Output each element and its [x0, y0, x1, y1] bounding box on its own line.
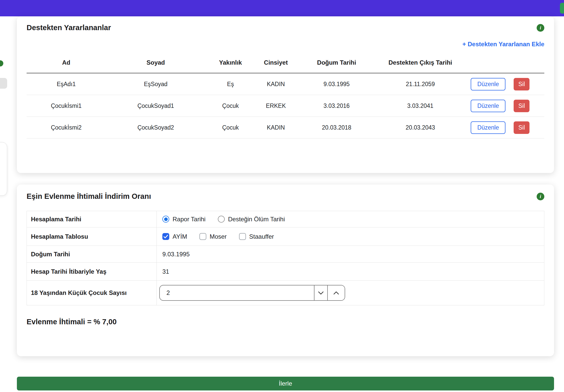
marriage-card-title: Eşin Evlenme İhtimali İndirim Oranı [27, 192, 151, 201]
edit-button[interactable]: Düzenle [471, 100, 505, 112]
cell-dogum-tarihi: 9.03.1995 [296, 81, 377, 88]
radio-selected-icon[interactable] [162, 216, 169, 223]
sidebar-edge-card [0, 142, 7, 196]
top-navbar [0, 0, 564, 16]
table-row: Çocukİsmi2 ÇocukSoyad2 Çocuk KADIN 20.03… [27, 117, 544, 139]
marriage-probability-card: Eşin Evlenme İhtimali İndirim Oranı i He… [17, 185, 554, 356]
cell-ad: Çocukİsmi2 [27, 124, 106, 131]
column-header-dogum-tarihi: Doğum Tarihi [296, 59, 377, 66]
column-header-soyad: Soyad [106, 59, 206, 66]
radio-label: Rapor Tarihi [173, 216, 206, 223]
cell-soyad: ÇocukSoyad2 [106, 124, 206, 131]
birth-date-label: Doğum Tarihi [27, 246, 157, 262]
cell-yakinlik: Çocuk [206, 124, 255, 131]
table-row: Çocukİsmi1 ÇocukSoyad1 Çocuk ERKEK 3.03.… [27, 95, 544, 117]
age-value: 31 [157, 263, 544, 280]
child-count-label: 18 Yaşından Küçük Çocuk Sayısı [27, 281, 157, 305]
table-header-row: Ad Soyad Yakınlık Cinsiyet Doğum Tarihi … [27, 59, 544, 73]
cell-yakinlik: Eş [206, 81, 255, 88]
cell-cikis-tarihi: 21.11.2059 [377, 81, 464, 88]
marriage-probability-result: Evlenme İhtimali = % 7,00 [27, 318, 544, 326]
cell-cinsiyet: ERKEK [255, 102, 296, 109]
checkbox-label: Staauffer [249, 233, 274, 240]
birth-date-value: 9.03.1995 [157, 246, 544, 262]
delete-button[interactable]: Sil [514, 100, 529, 112]
beneficiaries-table: Ad Soyad Yakınlık Cinsiyet Doğum Tarihi … [27, 59, 544, 139]
child-count-input[interactable] [160, 285, 314, 300]
navbar-right-accent [560, 3, 564, 14]
cell-yakinlik: Çocuk [206, 102, 255, 109]
checkbox-label: Moser [210, 233, 227, 240]
delete-button[interactable]: Sil [514, 78, 529, 90]
checkbox-label: AYİM [173, 233, 187, 240]
age-label: Hesap Tarihi İtibariyle Yaş [27, 263, 157, 280]
child-count-row: 18 Yaşından Küçük Çocuk Sayısı chevron-d… [27, 281, 544, 305]
cell-cinsiyet: KADIN [255, 124, 296, 131]
cell-ad: EşAdı1 [27, 81, 106, 88]
checkbox-checked-icon[interactable] [162, 233, 169, 240]
cell-cikis-tarihi: 3.03.2041 [377, 102, 464, 109]
cell-soyad: EşSoyad [106, 81, 206, 88]
cell-soyad: ÇocukSoyad1 [106, 102, 206, 109]
cell-cikis-tarihi: 20.03.2043 [377, 124, 464, 131]
checkbox-option-moser[interactable]: Moser [199, 233, 227, 240]
checkbox-option-staauffer[interactable]: Staauffer [239, 233, 274, 240]
stepper-decrement-button[interactable]: chevron-down-icon [314, 285, 327, 300]
cell-dogum-tarihi: 20.03.2018 [296, 124, 377, 131]
radio-option-rapor-tarihi[interactable]: Rapor Tarihi [162, 216, 206, 223]
column-header-yakinlik: Yakınlık [206, 59, 255, 66]
checkbox-unchecked-icon[interactable] [239, 233, 246, 240]
cell-dogum-tarihi: 3.03.2016 [296, 102, 377, 109]
info-icon[interactable]: i [537, 193, 544, 200]
checkbox-unchecked-icon[interactable] [199, 233, 206, 240]
beneficiaries-card: Destekten Yararlananlar i + Destekten Ya… [17, 16, 554, 173]
calc-table-row: Hesaplama Tablosu AYİM Moser Staa [27, 227, 544, 246]
calc-date-row: Hesaplama Tarihi Rapor Tarihi Desteğin Ö… [27, 211, 544, 227]
column-header-cikis-tarihi: Destekten Çıkış Tarihi [377, 59, 464, 66]
next-step-button[interactable]: İlerle [17, 377, 554, 390]
cell-ad: Çocukİsmi1 [27, 102, 106, 109]
sidebar-collapsed-tab[interactable] [0, 78, 7, 89]
child-count-stepper: chevron-down-icon chevron-up-icon [159, 285, 345, 301]
checkbox-option-ayim[interactable]: AYİM [162, 233, 187, 240]
radio-option-destegin-olum-tarihi[interactable]: Desteğin Ölüm Tarihi [218, 216, 285, 223]
stepper-increment-button[interactable]: chevron-up-icon [328, 285, 345, 300]
main-content: Destekten Yararlananlar i + Destekten Ya… [17, 16, 554, 390]
edit-button[interactable]: Düzenle [471, 121, 505, 134]
calc-date-label: Hesaplama Tarihi [27, 211, 157, 227]
radio-unselected-icon[interactable] [218, 216, 225, 223]
cell-cinsiyet: KADIN [255, 81, 296, 88]
delete-button[interactable]: Sil [514, 121, 529, 134]
info-icon[interactable]: i [537, 24, 544, 32]
age-row: Hesap Tarihi İtibariyle Yaş 31 [27, 263, 544, 281]
birth-date-row: Doğum Tarihi 9.03.1995 [27, 246, 544, 263]
table-row: EşAdı1 EşSoyad Eş KADIN 9.03.1995 21.11.… [27, 73, 544, 95]
column-header-cinsiyet: Cinsiyet [255, 59, 296, 66]
column-header-ad: Ad [27, 59, 106, 66]
edit-button[interactable]: Düzenle [471, 78, 505, 90]
sidebar-status-dot [0, 60, 3, 66]
marriage-form-table: Hesaplama Tarihi Rapor Tarihi Desteğin Ö… [27, 211, 544, 305]
add-beneficiary-link[interactable]: + Destekten Yararlanan Ekle [463, 41, 544, 48]
radio-label: Desteğin Ölüm Tarihi [228, 216, 285, 223]
calc-table-label: Hesaplama Tablosu [27, 227, 157, 246]
beneficiaries-title: Destekten Yararlananlar [27, 24, 111, 32]
